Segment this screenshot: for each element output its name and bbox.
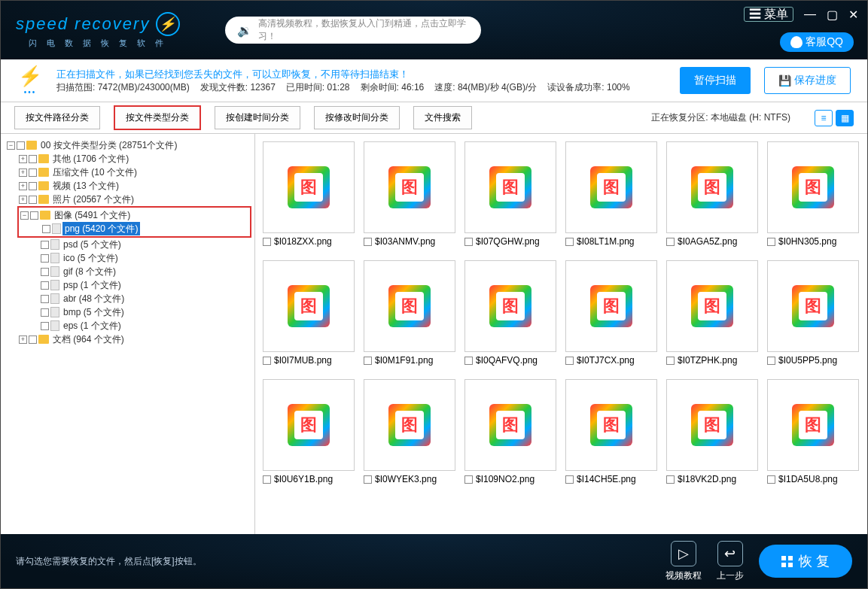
minimize-button[interactable]: —: [804, 8, 816, 21]
tab-by-path[interactable]: 按文件路径分类: [14, 106, 100, 129]
file-thumbnail[interactable]: 图: [666, 260, 758, 352]
file-item[interactable]: 图$I0U5PP5.png: [767, 260, 859, 366]
checkbox[interactable]: [263, 475, 271, 484]
tree-gif[interactable]: gif (8 个文件): [29, 265, 120, 278]
file-thumbnail[interactable]: 图: [364, 141, 455, 233]
file-item[interactable]: 图$I14CH5E.png: [565, 379, 657, 484]
tree-ico[interactable]: ico (5 个文件): [29, 251, 122, 265]
file-grid[interactable]: 图$I018ZXX.png图$I03ANMV.png图$I07QGHW.png图…: [255, 134, 867, 534]
file-thumbnail[interactable]: 图: [666, 379, 758, 471]
tree-image[interactable]: −图像 (5491 个文件): [19, 208, 250, 222]
file-thumbnail[interactable]: 图: [767, 260, 859, 352]
video-tutorial-button[interactable]: ▷ 视频教程: [665, 541, 702, 582]
checkbox[interactable]: [464, 238, 473, 246]
checkbox[interactable]: [565, 357, 574, 365]
list-view-button[interactable]: ≡: [815, 110, 833, 126]
checkbox[interactable]: [30, 211, 38, 220]
file-item[interactable]: 图$I0M1F91.png: [364, 260, 455, 366]
checkbox[interactable]: [767, 238, 775, 246]
file-item[interactable]: 图$I0TZPHK.png: [666, 260, 758, 366]
file-thumbnail[interactable]: 图: [263, 260, 355, 352]
file-item[interactable]: 图$I07QGHW.png: [464, 141, 556, 247]
tree-archive[interactable]: +压缩文件 (10 个文件): [17, 165, 141, 179]
tree-other[interactable]: +其他 (1706 个文件): [17, 152, 132, 165]
expand-icon[interactable]: +: [19, 335, 27, 344]
tree-root[interactable]: − 00 按文件类型分类 (28751个文件): [5, 138, 251, 152]
back-button[interactable]: ↩ 上一步: [717, 541, 744, 582]
file-thumbnail[interactable]: 图: [364, 379, 455, 471]
tree-png[interactable]: png (5420 个文件): [31, 222, 142, 235]
tab-by-modified[interactable]: 按修改时间分类: [314, 106, 400, 129]
checkbox[interactable]: [29, 182, 37, 190]
file-type-tree[interactable]: − 00 按文件类型分类 (28751个文件) +其他 (1706 个文件) +…: [1, 134, 255, 534]
checkbox[interactable]: [41, 241, 49, 249]
checkbox[interactable]: [41, 281, 49, 290]
tab-by-type[interactable]: 按文件类型分类: [114, 105, 201, 130]
expand-icon[interactable]: +: [19, 155, 27, 163]
checkbox[interactable]: [42, 225, 50, 233]
pause-scan-button[interactable]: 暂停扫描: [680, 67, 751, 94]
tab-search[interactable]: 文件搜索: [413, 106, 472, 129]
tab-by-created[interactable]: 按创建时间分类: [215, 106, 300, 129]
tree-photo[interactable]: +照片 (20567 个文件): [17, 193, 138, 206]
checkbox[interactable]: [364, 475, 372, 484]
file-thumbnail[interactable]: 图: [767, 141, 859, 233]
checkbox[interactable]: [464, 357, 473, 365]
file-thumbnail[interactable]: 图: [364, 260, 455, 352]
tree-psd[interactable]: psd (5 个文件): [29, 238, 125, 251]
checkbox[interactable]: [666, 238, 675, 246]
collapse-icon[interactable]: −: [20, 211, 29, 220]
checkbox[interactable]: [263, 238, 271, 246]
checkbox[interactable]: [29, 155, 37, 163]
checkbox[interactable]: [29, 169, 37, 177]
checkbox[interactable]: [767, 475, 775, 484]
promo-banner[interactable]: 🔉 高清视频教程，数据恢复从入门到精通，点击立即学习！: [225, 17, 481, 44]
file-item[interactable]: 图$I0U6Y1B.png: [263, 379, 355, 484]
checkbox[interactable]: [767, 357, 775, 365]
checkbox[interactable]: [364, 357, 372, 365]
file-thumbnail[interactable]: 图: [767, 379, 859, 471]
tree-eps[interactable]: eps (1 个文件): [29, 319, 125, 332]
file-item[interactable]: 图$I0WYEK3.png: [364, 379, 455, 484]
file-item[interactable]: 图$I0TJ7CX.png: [565, 260, 657, 366]
file-item[interactable]: 图$I0HN305.png: [767, 141, 859, 247]
tree-abr[interactable]: abr (48 个文件): [29, 292, 128, 305]
checkbox[interactable]: [41, 308, 49, 317]
maximize-button[interactable]: ▢: [827, 8, 838, 22]
file-item[interactable]: 图$I0I7MUB.png: [263, 260, 355, 366]
collapse-icon[interactable]: −: [7, 141, 15, 150]
file-thumbnail[interactable]: 图: [464, 379, 556, 471]
customer-service-button[interactable]: 客服QQ: [780, 32, 854, 52]
checkbox[interactable]: [41, 268, 49, 276]
tree-doc[interactable]: +文档 (964 个文件): [17, 332, 128, 346]
file-thumbnail[interactable]: 图: [565, 141, 657, 233]
file-thumbnail[interactable]: 图: [464, 141, 556, 233]
grid-view-button[interactable]: ▦: [836, 110, 854, 126]
checkbox[interactable]: [666, 357, 675, 365]
checkbox[interactable]: [41, 295, 49, 303]
checkbox[interactable]: [29, 335, 37, 344]
expand-icon[interactable]: +: [19, 196, 27, 204]
save-progress-button[interactable]: 💾 保存进度: [764, 67, 851, 94]
expand-icon[interactable]: +: [19, 182, 27, 190]
menu-button[interactable]: ☰ 菜单: [744, 7, 793, 22]
file-item[interactable]: 图$I109NO2.png: [464, 379, 556, 484]
file-thumbnail[interactable]: 图: [263, 379, 355, 471]
file-item[interactable]: 图$I018ZXX.png: [263, 141, 355, 247]
checkbox[interactable]: [364, 238, 372, 246]
file-thumbnail[interactable]: 图: [565, 260, 657, 352]
file-item[interactable]: 图$I0QAFVQ.png: [464, 260, 556, 366]
file-thumbnail[interactable]: 图: [666, 141, 758, 233]
file-item[interactable]: 图$I0AGA5Z.png: [666, 141, 758, 247]
close-button[interactable]: ✕: [848, 8, 858, 22]
file-item[interactable]: 图$I03ANMV.png: [364, 141, 455, 247]
checkbox[interactable]: [565, 475, 574, 484]
tree-bmp[interactable]: bmp (5 个文件): [29, 305, 128, 319]
file-thumbnail[interactable]: 图: [263, 141, 355, 233]
checkbox[interactable]: [263, 357, 271, 365]
checkbox[interactable]: [41, 322, 49, 330]
file-item[interactable]: 图$I08LT1M.png: [565, 141, 657, 247]
checkbox[interactable]: [565, 238, 574, 246]
tree-psp[interactable]: psp (1 个文件): [29, 278, 125, 292]
expand-icon[interactable]: +: [19, 169, 27, 177]
